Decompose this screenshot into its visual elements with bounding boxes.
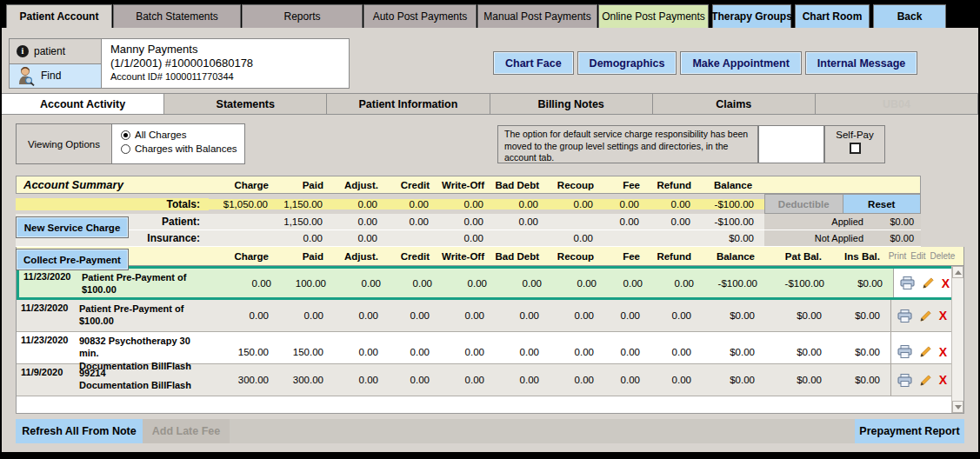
- scroll-up-button[interactable]: [952, 266, 963, 278]
- col-baddebt: Bad Debt: [495, 180, 550, 190]
- table-row[interactable]: 11/23/2020 Patient Pre-Payment of $100.0…: [17, 266, 953, 300]
- col-balance: Balance: [702, 180, 765, 190]
- print-edit-delete-header: Print Edit Delete: [890, 247, 953, 265]
- delete-icon[interactable]: X: [939, 345, 947, 359]
- reset-button[interactable]: Reset: [843, 194, 922, 214]
- tab-patient-account[interactable]: Patient Account: [6, 4, 112, 28]
- print-icon[interactable]: [900, 276, 915, 289]
- scroll-down-icon: [955, 405, 962, 409]
- delete-icon[interactable]: X: [942, 276, 950, 290]
- service-charge-notice: The option for default service charge re…: [497, 125, 758, 163]
- tab-batch-statements[interactable]: Batch Statements: [113, 4, 241, 28]
- patient-info-label: patient: [34, 45, 65, 57]
- edit-icon[interactable]: [922, 276, 935, 289]
- edit-icon[interactable]: [919, 345, 932, 358]
- scroll-down-button[interactable]: [952, 401, 963, 413]
- applied-label: Applied: [764, 216, 876, 227]
- account-section: New Service Charge Collect Pre-Payment A…: [16, 176, 964, 414]
- edit-icon[interactable]: [919, 374, 932, 387]
- table-row[interactable]: 11/23/2020 90832 Psychotherapy 30 min. D…: [17, 332, 953, 364]
- demographics-button[interactable]: Demographics: [577, 51, 677, 75]
- tab-therapy-groups[interactable]: Therapy Groups: [712, 4, 791, 28]
- tab-back[interactable]: Back: [873, 4, 946, 28]
- find-label: Find: [41, 70, 61, 82]
- col-refund: Refund: [650, 180, 702, 190]
- totals-label: Totals:: [16, 198, 209, 210]
- viewing-options-row: Viewing Options All Charges Charges with…: [16, 123, 964, 165]
- tab-chart-room[interactable]: Chart Room: [795, 4, 870, 28]
- print-icon[interactable]: [897, 345, 912, 358]
- top-tab-bar: Patient Account Batch Statements Reports…: [2, 2, 978, 28]
- col-recoup: Recoup: [550, 180, 604, 190]
- app-window: Patient Account Batch Statements Reports…: [0, 0, 980, 459]
- transaction-header: Charge Paid Adjust. Credit Write-Off Bad…: [16, 247, 964, 266]
- print-icon[interactable]: [897, 374, 912, 387]
- summary-patient-row: Patient: 1,150.00 0.00 0.00 0.00 0.00 0.…: [16, 214, 921, 230]
- not-applied-label: Not Applied: [764, 233, 876, 243]
- col-fee: Fee: [604, 180, 650, 190]
- tab-claims[interactable]: Claims: [653, 94, 816, 114]
- radio-charges-with-balances-label: Charges with Balances: [135, 143, 237, 154]
- viewing-options-label: Viewing Options: [17, 124, 112, 163]
- viewing-options-box: Viewing Options All Charges Charges with…: [16, 123, 245, 164]
- collect-pre-payment-button[interactable]: Collect Pre-Payment: [16, 249, 129, 270]
- patient-dob-id: (1/1/2001) #1000010680178: [110, 57, 340, 70]
- tab-account-activity[interactable]: Account Activity: [2, 94, 164, 114]
- tab-reports[interactable]: Reports: [242, 4, 363, 28]
- prepayment-report-button[interactable]: Prepayment Report: [855, 419, 964, 443]
- blank-field: [758, 125, 824, 163]
- deductible-button[interactable]: Deductible: [764, 194, 843, 214]
- refresh-all-from-note-button[interactable]: Refresh All From Note: [16, 419, 143, 443]
- chart-face-button[interactable]: Chart Face: [493, 51, 574, 75]
- patient-find-button[interactable]: Find: [10, 64, 101, 89]
- table-row[interactable]: 11/23/2020 Patient Pre-Payment of $100.0…: [17, 300, 953, 332]
- table-row[interactable]: 11/9/2020 99214 Documentation BillFlash …: [17, 364, 953, 396]
- tab-auto-post-payments[interactable]: Auto Post Payments: [363, 4, 477, 28]
- tab-statements[interactable]: Statements: [164, 94, 327, 114]
- make-appointment-button[interactable]: Make Appointment: [680, 51, 801, 75]
- info-icon: i: [17, 45, 29, 57]
- section-tab-bar: Account Activity Statements Patient Info…: [2, 93, 978, 115]
- not-applied-value: $0.00: [876, 233, 914, 243]
- patient-info-button[interactable]: i patient: [10, 39, 101, 64]
- print-icon[interactable]: [897, 309, 912, 323]
- footer-bar: Refresh All From Note Add Late Fee Prepa…: [16, 419, 964, 443]
- col-credit: Credit: [389, 180, 440, 190]
- applied-value: $0.00: [876, 216, 914, 227]
- col-writeoff: Write-Off: [440, 180, 495, 190]
- col-charge: Charge: [210, 180, 279, 190]
- new-service-charge-button[interactable]: New Service Charge: [16, 216, 129, 238]
- tab-patient-information[interactable]: Patient Information: [327, 94, 490, 114]
- self-pay-checkbox[interactable]: [850, 143, 861, 154]
- scroll-up-icon: [955, 270, 962, 275]
- delete-icon[interactable]: X: [939, 373, 947, 387]
- delete-icon[interactable]: X: [939, 309, 947, 323]
- radio-all-charges-label: All Charges: [135, 130, 186, 140]
- radio-selected-icon[interactable]: [121, 130, 130, 140]
- transaction-list: 11/23/2020 Patient Pre-Payment of $100.0…: [16, 266, 964, 414]
- action-buttons: Chart Face Demographics Make Appointment…: [493, 51, 917, 75]
- self-pay-label: Self-Pay: [836, 130, 873, 140]
- col-paid: Paid: [279, 180, 334, 190]
- internal-message-button[interactable]: Internal Message: [805, 51, 917, 75]
- patient-box: i patient Find: [9, 38, 350, 89]
- patient-name: Manny Payments: [110, 43, 340, 57]
- tab-ub04: UB04: [816, 94, 978, 114]
- patient-account-id: Account ID# 1000011770344: [110, 71, 340, 83]
- find-person-icon: [17, 65, 36, 86]
- summary-insurance-row: Insurance: 0.00 0.00 0.00 0.00 $0.00 Not…: [16, 230, 921, 247]
- radio-charges-with-balances[interactable]: Charges with Balances: [121, 143, 244, 154]
- col-adjust: Adjust.: [334, 180, 389, 190]
- tab-manual-post-payments[interactable]: Manual Post Payments: [477, 4, 597, 28]
- radio-unselected-icon[interactable]: [121, 144, 130, 154]
- add-late-fee-button: Add Late Fee: [143, 419, 230, 443]
- vertical-scrollbar[interactable]: [951, 266, 963, 413]
- patient-strip: i patient Find: [2, 28, 978, 93]
- tab-billing-notes[interactable]: Billing Notes: [490, 94, 653, 114]
- self-pay-box: Self-Pay: [824, 125, 885, 163]
- tab-online-post-payments[interactable]: Online Post Payments: [598, 4, 709, 28]
- account-summary-title: Account Summary: [17, 178, 210, 191]
- edit-icon[interactable]: [919, 309, 932, 323]
- radio-all-charges[interactable]: All Charges: [121, 130, 244, 140]
- summary-totals-row: Totals: $1,050.00 1,150.00 0.00 0.00 0.0…: [16, 194, 921, 214]
